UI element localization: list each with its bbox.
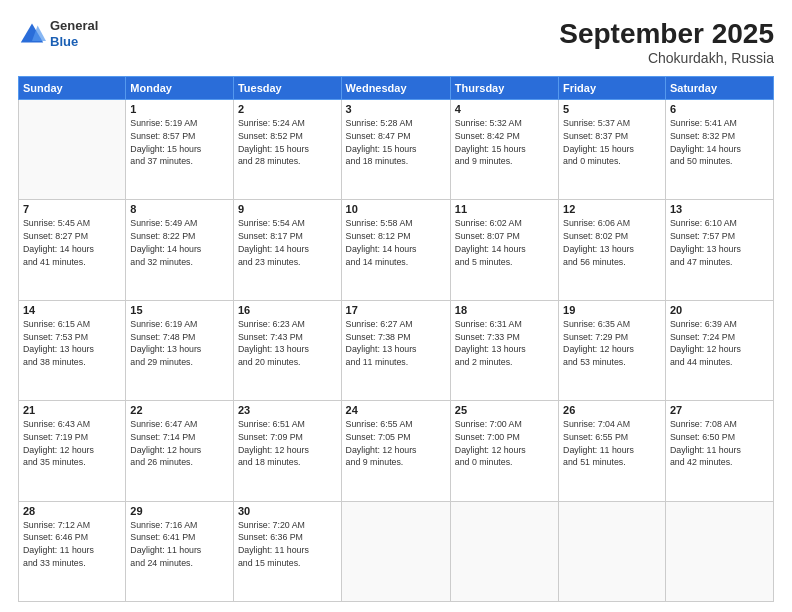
calendar-week-row: 14Sunrise: 6:15 AMSunset: 7:53 PMDayligh… bbox=[19, 300, 774, 400]
logo-general-text: General bbox=[50, 18, 98, 34]
calendar-cell: 30Sunrise: 7:20 AMSunset: 6:36 PMDayligh… bbox=[233, 501, 341, 601]
calendar-cell: 12Sunrise: 6:06 AMSunset: 8:02 PMDayligh… bbox=[559, 200, 666, 300]
calendar-cell: 11Sunrise: 6:02 AMSunset: 8:07 PMDayligh… bbox=[450, 200, 558, 300]
day-number: 6 bbox=[670, 103, 769, 115]
day-info: Sunrise: 5:49 AMSunset: 8:22 PMDaylight:… bbox=[130, 217, 229, 268]
calendar-week-row: 28Sunrise: 7:12 AMSunset: 6:46 PMDayligh… bbox=[19, 501, 774, 601]
calendar-cell: 6Sunrise: 5:41 AMSunset: 8:32 PMDaylight… bbox=[665, 100, 773, 200]
calendar-cell bbox=[19, 100, 126, 200]
day-info: Sunrise: 7:20 AMSunset: 6:36 PMDaylight:… bbox=[238, 519, 337, 570]
weekday-header: Tuesday bbox=[233, 77, 341, 100]
calendar-cell: 14Sunrise: 6:15 AMSunset: 7:53 PMDayligh… bbox=[19, 300, 126, 400]
day-number: 22 bbox=[130, 404, 229, 416]
calendar-cell: 21Sunrise: 6:43 AMSunset: 7:19 PMDayligh… bbox=[19, 401, 126, 501]
day-number: 20 bbox=[670, 304, 769, 316]
calendar-cell: 24Sunrise: 6:55 AMSunset: 7:05 PMDayligh… bbox=[341, 401, 450, 501]
day-info: Sunrise: 7:08 AMSunset: 6:50 PMDaylight:… bbox=[670, 418, 769, 469]
weekday-header: Friday bbox=[559, 77, 666, 100]
page: General Blue September 2025 Chokurdakh, … bbox=[0, 0, 792, 612]
calendar-cell: 18Sunrise: 6:31 AMSunset: 7:33 PMDayligh… bbox=[450, 300, 558, 400]
day-info: Sunrise: 5:28 AMSunset: 8:47 PMDaylight:… bbox=[346, 117, 446, 168]
day-number: 14 bbox=[23, 304, 121, 316]
weekday-header: Wednesday bbox=[341, 77, 450, 100]
day-number: 27 bbox=[670, 404, 769, 416]
day-number: 11 bbox=[455, 203, 554, 215]
day-number: 5 bbox=[563, 103, 661, 115]
weekday-header-row: SundayMondayTuesdayWednesdayThursdayFrid… bbox=[19, 77, 774, 100]
calendar-week-row: 7Sunrise: 5:45 AMSunset: 8:27 PMDaylight… bbox=[19, 200, 774, 300]
calendar-cell: 1Sunrise: 5:19 AMSunset: 8:57 PMDaylight… bbox=[126, 100, 234, 200]
day-info: Sunrise: 6:43 AMSunset: 7:19 PMDaylight:… bbox=[23, 418, 121, 469]
weekday-header: Sunday bbox=[19, 77, 126, 100]
day-info: Sunrise: 7:12 AMSunset: 6:46 PMDaylight:… bbox=[23, 519, 121, 570]
day-number: 29 bbox=[130, 505, 229, 517]
day-info: Sunrise: 7:16 AMSunset: 6:41 PMDaylight:… bbox=[130, 519, 229, 570]
calendar-cell bbox=[341, 501, 450, 601]
calendar-cell: 8Sunrise: 5:49 AMSunset: 8:22 PMDaylight… bbox=[126, 200, 234, 300]
day-info: Sunrise: 6:02 AMSunset: 8:07 PMDaylight:… bbox=[455, 217, 554, 268]
day-info: Sunrise: 5:41 AMSunset: 8:32 PMDaylight:… bbox=[670, 117, 769, 168]
day-number: 24 bbox=[346, 404, 446, 416]
day-number: 15 bbox=[130, 304, 229, 316]
day-info: Sunrise: 6:19 AMSunset: 7:48 PMDaylight:… bbox=[130, 318, 229, 369]
day-number: 18 bbox=[455, 304, 554, 316]
calendar-cell: 25Sunrise: 7:00 AMSunset: 7:00 PMDayligh… bbox=[450, 401, 558, 501]
calendar-cell: 27Sunrise: 7:08 AMSunset: 6:50 PMDayligh… bbox=[665, 401, 773, 501]
calendar-cell bbox=[450, 501, 558, 601]
day-number: 16 bbox=[238, 304, 337, 316]
day-info: Sunrise: 6:15 AMSunset: 7:53 PMDaylight:… bbox=[23, 318, 121, 369]
day-info: Sunrise: 6:23 AMSunset: 7:43 PMDaylight:… bbox=[238, 318, 337, 369]
day-info: Sunrise: 5:58 AMSunset: 8:12 PMDaylight:… bbox=[346, 217, 446, 268]
day-info: Sunrise: 5:54 AMSunset: 8:17 PMDaylight:… bbox=[238, 217, 337, 268]
calendar-week-row: 1Sunrise: 5:19 AMSunset: 8:57 PMDaylight… bbox=[19, 100, 774, 200]
calendar-cell: 10Sunrise: 5:58 AMSunset: 8:12 PMDayligh… bbox=[341, 200, 450, 300]
calendar-table: SundayMondayTuesdayWednesdayThursdayFrid… bbox=[18, 76, 774, 602]
calendar-cell: 3Sunrise: 5:28 AMSunset: 8:47 PMDaylight… bbox=[341, 100, 450, 200]
calendar-cell: 19Sunrise: 6:35 AMSunset: 7:29 PMDayligh… bbox=[559, 300, 666, 400]
weekday-header: Thursday bbox=[450, 77, 558, 100]
day-number: 25 bbox=[455, 404, 554, 416]
day-number: 3 bbox=[346, 103, 446, 115]
day-info: Sunrise: 5:24 AMSunset: 8:52 PMDaylight:… bbox=[238, 117, 337, 168]
day-info: Sunrise: 5:32 AMSunset: 8:42 PMDaylight:… bbox=[455, 117, 554, 168]
day-info: Sunrise: 6:10 AMSunset: 7:57 PMDaylight:… bbox=[670, 217, 769, 268]
calendar-cell: 17Sunrise: 6:27 AMSunset: 7:38 PMDayligh… bbox=[341, 300, 450, 400]
calendar-cell: 4Sunrise: 5:32 AMSunset: 8:42 PMDaylight… bbox=[450, 100, 558, 200]
logo-icon bbox=[18, 20, 46, 48]
day-info: Sunrise: 6:35 AMSunset: 7:29 PMDaylight:… bbox=[563, 318, 661, 369]
day-number: 4 bbox=[455, 103, 554, 115]
day-info: Sunrise: 7:00 AMSunset: 7:00 PMDaylight:… bbox=[455, 418, 554, 469]
calendar-cell: 7Sunrise: 5:45 AMSunset: 8:27 PMDaylight… bbox=[19, 200, 126, 300]
day-number: 17 bbox=[346, 304, 446, 316]
day-info: Sunrise: 6:39 AMSunset: 7:24 PMDaylight:… bbox=[670, 318, 769, 369]
calendar-cell: 9Sunrise: 5:54 AMSunset: 8:17 PMDaylight… bbox=[233, 200, 341, 300]
calendar-cell: 26Sunrise: 7:04 AMSunset: 6:55 PMDayligh… bbox=[559, 401, 666, 501]
day-number: 8 bbox=[130, 203, 229, 215]
day-number: 23 bbox=[238, 404, 337, 416]
day-info: Sunrise: 6:27 AMSunset: 7:38 PMDaylight:… bbox=[346, 318, 446, 369]
day-number: 10 bbox=[346, 203, 446, 215]
calendar-cell: 15Sunrise: 6:19 AMSunset: 7:48 PMDayligh… bbox=[126, 300, 234, 400]
day-number: 12 bbox=[563, 203, 661, 215]
day-info: Sunrise: 6:55 AMSunset: 7:05 PMDaylight:… bbox=[346, 418, 446, 469]
calendar-cell: 5Sunrise: 5:37 AMSunset: 8:37 PMDaylight… bbox=[559, 100, 666, 200]
calendar-cell: 16Sunrise: 6:23 AMSunset: 7:43 PMDayligh… bbox=[233, 300, 341, 400]
title-block: September 2025 Chokurdakh, Russia bbox=[559, 18, 774, 66]
logo-blue-text: Blue bbox=[50, 34, 98, 50]
day-info: Sunrise: 6:06 AMSunset: 8:02 PMDaylight:… bbox=[563, 217, 661, 268]
day-info: Sunrise: 6:31 AMSunset: 7:33 PMDaylight:… bbox=[455, 318, 554, 369]
location: Chokurdakh, Russia bbox=[559, 50, 774, 66]
calendar-cell bbox=[665, 501, 773, 601]
logo: General Blue bbox=[18, 18, 98, 49]
calendar-cell: 28Sunrise: 7:12 AMSunset: 6:46 PMDayligh… bbox=[19, 501, 126, 601]
calendar-cell bbox=[559, 501, 666, 601]
month-title: September 2025 bbox=[559, 18, 774, 50]
weekday-header: Monday bbox=[126, 77, 234, 100]
calendar-cell: 22Sunrise: 6:47 AMSunset: 7:14 PMDayligh… bbox=[126, 401, 234, 501]
day-info: Sunrise: 5:19 AMSunset: 8:57 PMDaylight:… bbox=[130, 117, 229, 168]
calendar-cell: 29Sunrise: 7:16 AMSunset: 6:41 PMDayligh… bbox=[126, 501, 234, 601]
calendar-cell: 2Sunrise: 5:24 AMSunset: 8:52 PMDaylight… bbox=[233, 100, 341, 200]
day-info: Sunrise: 6:51 AMSunset: 7:09 PMDaylight:… bbox=[238, 418, 337, 469]
calendar-week-row: 21Sunrise: 6:43 AMSunset: 7:19 PMDayligh… bbox=[19, 401, 774, 501]
day-number: 26 bbox=[563, 404, 661, 416]
